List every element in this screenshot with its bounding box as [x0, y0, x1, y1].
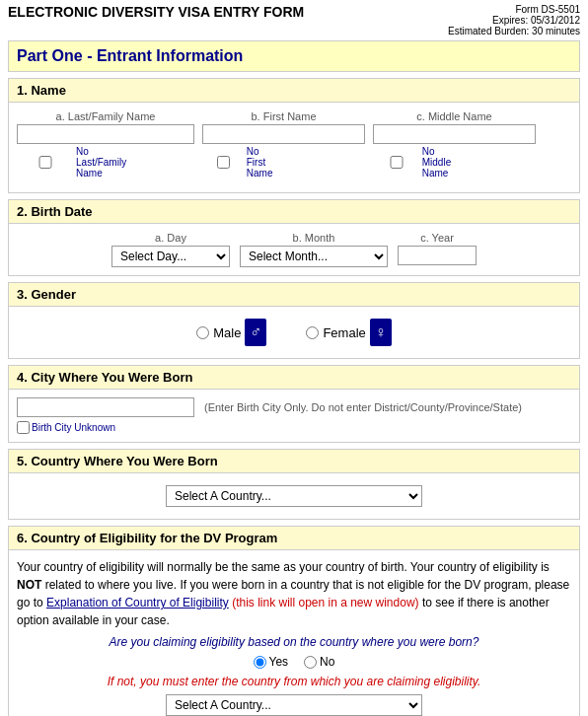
male-label: Male [213, 325, 241, 340]
part-one-heading: Part One - Entrant Information [8, 40, 580, 72]
last-name-label: a. Last/Family Name [17, 110, 194, 122]
page-title: ELECTRONIC DIVERSITY VISA ENTRY FORM [8, 4, 304, 20]
year-col: c. Year [398, 232, 477, 265]
female-radio[interactable] [306, 326, 319, 339]
page-header: ELECTRONIC DIVERSITY VISA ENTRY FORM For… [8, 4, 580, 36]
year-label: c. Year [398, 232, 477, 244]
form-info: Form DS-5501 Expires: 05/31/2012 Estimat… [448, 4, 580, 36]
no-first-checkbox[interactable] [202, 156, 245, 169]
no-last-label[interactable]: No Last/Family Name [17, 146, 126, 179]
city-unknown-checkbox[interactable] [17, 421, 30, 434]
male-icon: ♂ [245, 319, 266, 346]
no-option[interactable]: No [304, 655, 334, 669]
first-name-label: b. First Name [202, 110, 365, 122]
no-middle-label[interactable]: No Middle Name [373, 146, 461, 179]
country-born-select[interactable]: Select A Country... [166, 485, 422, 507]
month-label: b. Month [240, 232, 388, 244]
name-fields-row: a. Last/Family Name No Last/Family Name … [17, 110, 571, 179]
gender-row: Male ♂ Female ♀ [17, 315, 571, 350]
city-unknown-label[interactable]: Birth City Unknown [17, 421, 571, 434]
month-col: b. Month Select Month... [240, 232, 388, 267]
section-name-header: 1. Name [8, 78, 580, 103]
section-birthdate-header: 2. Birth Date [8, 199, 580, 224]
no-middle-checkbox[interactable] [373, 156, 420, 169]
female-icon: ♀ [370, 319, 392, 346]
day-col: a. Day Select Day... [111, 232, 230, 267]
middle-name-label: c. Middle Name [373, 110, 536, 122]
city-note: (Enter Birth City Only. Do not enter Dis… [204, 401, 522, 413]
no-first-label[interactable]: No First Name [202, 146, 280, 179]
city-input[interactable] [17, 397, 194, 417]
first-name-input[interactable] [202, 124, 365, 144]
section-city-body: (Enter Birth City Only. Do not enter Dis… [8, 390, 580, 443]
year-input[interactable] [398, 246, 477, 265]
yes-option[interactable]: Yes [254, 655, 289, 669]
female-label: Female [323, 325, 365, 340]
eligibility-link[interactable]: Explanation of Country of Eligibility [46, 596, 229, 609]
no-last-checkbox[interactable] [17, 156, 74, 169]
middle-name-col: c. Middle Name No Middle Name [373, 110, 536, 179]
day-label: a. Day [111, 232, 230, 244]
not-eligible-note: If not, you must enter the country from … [17, 675, 571, 688]
birthdate-row: a. Day Select Day... b. Month Select Mon… [17, 232, 571, 267]
section-country-born-body: Select A Country... [8, 473, 580, 520]
yes-no-row: Yes No [17, 655, 571, 669]
country-born-select-row: Select A Country... [17, 485, 571, 507]
male-option[interactable]: Male ♂ [196, 319, 266, 346]
first-name-col: b. First Name No First Name [202, 110, 365, 179]
yes-radio[interactable] [254, 656, 266, 669]
section-country-born-header: 5. Country Where You Were Born [8, 449, 580, 473]
section-gender-body: Male ♂ Female ♀ [8, 307, 580, 359]
eligibility-description: Your country of eligibility will normall… [17, 558, 571, 629]
female-option[interactable]: Female ♀ [306, 319, 391, 346]
no-radio[interactable] [304, 656, 317, 669]
middle-name-input[interactable] [373, 124, 536, 144]
city-row: (Enter Birth City Only. Do not enter Dis… [17, 397, 571, 417]
section-gender-header: 3. Gender [8, 282, 580, 307]
male-radio[interactable] [196, 326, 209, 339]
last-name-input[interactable] [17, 124, 194, 144]
eligibility-country-select-row: Select A Country... [17, 694, 571, 716]
day-select[interactable]: Select Day... [111, 246, 230, 267]
section-birthdate-body: a. Day Select Day... b. Month Select Mon… [8, 224, 580, 276]
section-eligibility-header: 6. Country of Eligibility for the DV Pro… [8, 526, 580, 550]
eligibility-question: Are you claiming eligibility based on th… [17, 635, 571, 649]
last-name-col: a. Last/Family Name No Last/Family Name [17, 110, 194, 179]
eligibility-country-select[interactable]: Select A Country... [166, 694, 422, 716]
month-select[interactable]: Select Month... [240, 246, 388, 267]
section-city-header: 4. City Where You Were Born [8, 365, 580, 390]
section-eligibility-body: Your country of eligibility will normall… [8, 550, 580, 716]
section-name-body: a. Last/Family Name No Last/Family Name … [8, 103, 580, 193]
